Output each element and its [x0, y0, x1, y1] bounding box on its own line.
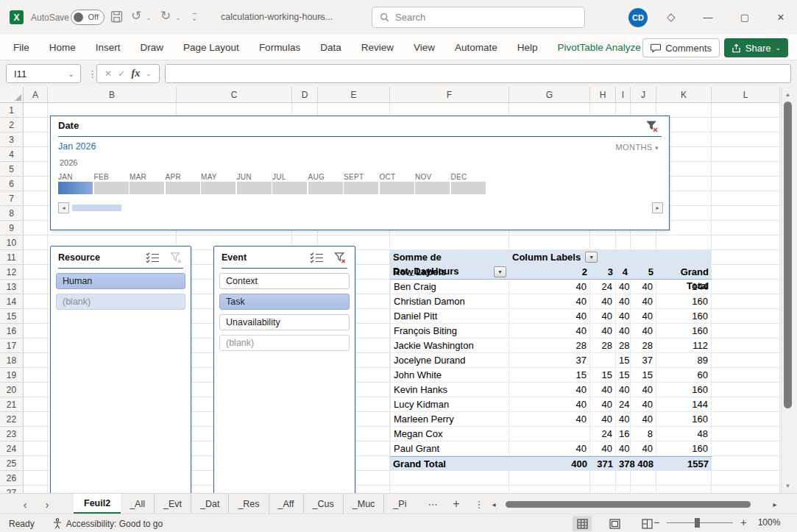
pivot-cell[interactable]: 28 [590, 338, 616, 352]
slicer-resource[interactable]: Resource Human(blank) [50, 246, 191, 493]
name-box-chevron-icon[interactable]: ⌄ [68, 70, 74, 78]
next-sheet-icon[interactable]: › [37, 494, 57, 514]
row-header-1[interactable]: 1 [0, 103, 24, 118]
row-header-17[interactable]: 17 [0, 338, 24, 353]
comments-button[interactable]: Comments [642, 38, 720, 57]
slicer-item-context[interactable]: Context [219, 273, 350, 289]
pivot-cell[interactable]: 40 [616, 324, 631, 338]
pivot-cell[interactable]: 40 [590, 412, 616, 426]
redo-chevron-icon[interactable]: ⌄ [175, 14, 181, 21]
column-labels-filter-icon[interactable]: ▼ [585, 252, 598, 263]
ribbon-tab-review[interactable]: Review [361, 42, 394, 53]
row-header-20[interactable]: 20 [0, 383, 24, 397]
normal-view-button[interactable] [573, 516, 592, 531]
pivot-cell[interactable]: 40 [631, 280, 656, 294]
pivot-row-name[interactable]: John White [390, 368, 509, 382]
pivot-cell[interactable]: 28 [631, 338, 656, 352]
row-header-7[interactable]: 7 [0, 191, 24, 206]
row-header-10[interactable]: 10 [0, 235, 24, 250]
pivot-row-total[interactable]: 112 [656, 338, 712, 352]
pivot-cell[interactable]: 15 [616, 368, 631, 382]
row-header-11[interactable]: 11 [0, 250, 24, 265]
ribbon-tab-pivottable-analyze[interactable]: PivotTable Analyze [558, 42, 641, 53]
undo-icon[interactable]: ↺ [131, 9, 141, 24]
grand-total-cell[interactable]: 378 [616, 457, 631, 470]
column-header-J[interactable]: J [631, 87, 656, 103]
timeline-month-bar-may[interactable] [201, 182, 235, 194]
timeline-scrollbar-thumb[interactable] [72, 205, 121, 211]
column-header-F[interactable]: F [390, 87, 509, 103]
pivot-cell[interactable]: 37 [631, 353, 656, 367]
pivot-cell[interactable]: 40 [590, 294, 616, 308]
document-title-chevron-icon[interactable]: ⌄ [318, 13, 324, 20]
pivot-cell[interactable]: 40 [616, 383, 631, 397]
zoom-in-button[interactable]: + [740, 517, 746, 528]
slicer-item-human[interactable]: Human [56, 273, 185, 289]
pivot-row-name[interactable]: François Biting [390, 324, 509, 338]
column-header-C[interactable]: C [177, 87, 292, 103]
pivot-cell[interactable]: 8 [631, 427, 656, 441]
redo-icon[interactable]: ↻ [160, 9, 171, 24]
close-button[interactable]: ✕ [765, 0, 797, 35]
pivot-cell[interactable]: 40 [590, 397, 616, 411]
row-header-23[interactable]: 23 [0, 427, 24, 441]
fx-chevron-icon[interactable]: ⌄ [146, 70, 152, 77]
pivot-row-name[interactable]: Paul Grant [390, 441, 509, 455]
pivot-row-total[interactable]: 89 [656, 353, 712, 367]
page-layout-view-button[interactable] [605, 516, 624, 531]
row-header-24[interactable]: 24 [0, 441, 24, 456]
row-header-6[interactable]: 6 [0, 177, 24, 191]
pivot-cell[interactable]: 40 [616, 412, 631, 426]
ribbon-tab-formulas[interactable]: Formulas [259, 42, 300, 53]
timeline-scroll-right-button[interactable]: ▸ [652, 202, 663, 213]
multi-select-icon[interactable] [146, 252, 160, 263]
pivot-row-name[interactable]: Megan Cox [390, 427, 509, 441]
row-header-9[interactable]: 9 [0, 221, 24, 235]
pivot-cell[interactable]: 15 [631, 368, 656, 382]
pivot-cell[interactable]: 15 [590, 368, 616, 382]
pivot-cell[interactable]: 40 [631, 397, 656, 411]
slicer-item-unavailability[interactable]: Unavailability [219, 314, 350, 330]
multi-select-icon[interactable] [310, 252, 325, 263]
pivot-cell[interactable]: 40 [631, 324, 656, 338]
row-header-16[interactable]: 16 [0, 324, 24, 338]
pivot-row-total[interactable]: 48 [656, 427, 712, 441]
sheet-tab-cus[interactable]: _Cus [303, 494, 343, 514]
pivot-row-total[interactable]: 160 [656, 309, 712, 323]
row-header-27[interactable]: 27 [0, 486, 24, 493]
pivot-row-total[interactable]: 60 [656, 368, 712, 382]
pivot-row-name[interactable]: Christian Damon [390, 294, 509, 308]
column-header-G[interactable]: G [509, 87, 590, 103]
pivot-row-total[interactable]: 160 [656, 441, 712, 455]
sheet-tab-pi[interactable]: _Pi [383, 494, 415, 514]
slicer-item-task[interactable]: Task [219, 294, 350, 310]
undo-chevron-icon[interactable]: ⌄ [146, 14, 152, 21]
ribbon-tab-automate[interactable]: Automate [455, 42, 497, 53]
pivot-cell[interactable]: 15 [616, 353, 631, 367]
timeline-month-bar-feb[interactable] [94, 182, 129, 194]
name-box[interactable]: I11 ⌄ [6, 64, 81, 83]
minimize-button[interactable]: — [692, 0, 724, 35]
ribbon-tab-home[interactable]: Home [49, 42, 76, 53]
accessibility-status[interactable]: Accessibility: Good to go [52, 518, 163, 529]
pivot-cell[interactable]: 40 [509, 383, 590, 397]
pivot-cell[interactable]: 15 [509, 368, 590, 382]
pivot-cell[interactable]: 40 [631, 441, 656, 455]
pivot-cell[interactable]: 40 [509, 309, 590, 323]
quick-access-options-icon[interactable]: –⌄ [191, 10, 197, 21]
pivot-cell[interactable]: 40 [590, 441, 616, 455]
timeline-clear-filter-icon[interactable] [645, 120, 659, 133]
column-header-A[interactable]: A [24, 87, 48, 103]
pivot-cell[interactable]: 40 [616, 309, 631, 323]
pivot-cell[interactable]: 16 [616, 427, 631, 441]
scroll-up-icon[interactable]: ▲ [782, 88, 794, 100]
sheet-tab-feuil2[interactable]: Feuil2 [74, 494, 121, 514]
pivot-cell[interactable]: 40 [631, 412, 656, 426]
pivot-cell[interactable]: 40 [590, 383, 616, 397]
document-title[interactable]: calculation-working-hours... [221, 12, 333, 22]
column-header-D[interactable]: D [292, 87, 318, 103]
pivot-row-name[interactable]: Marleen Perry [390, 412, 509, 426]
maximize-button[interactable]: ▢ [729, 0, 761, 35]
timeline-month-bar-mar[interactable] [130, 182, 164, 194]
row-header-5[interactable]: 5 [0, 162, 24, 177]
